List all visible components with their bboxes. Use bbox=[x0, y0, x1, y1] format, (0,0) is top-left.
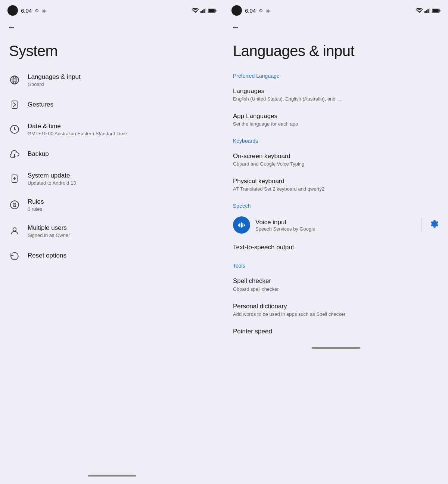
right-panel: 6:04 ⚙ ◈ ← Languages & input Preferred L… bbox=[224, 0, 448, 484]
wifi-icon-right bbox=[416, 8, 423, 13]
physical-keyboard-text: Physical keyboard AT Translated Set 2 ke… bbox=[233, 177, 439, 192]
bottom-bar-right bbox=[224, 341, 448, 356]
physical-keyboard-subtitle: AT Translated Set 2 keyboard and qwerty2 bbox=[233, 186, 439, 192]
svg-rect-25 bbox=[238, 225, 239, 226]
camera-circle bbox=[7, 5, 18, 16]
camera-circle-right bbox=[231, 5, 242, 16]
svg-point-15 bbox=[10, 201, 19, 209]
languages-input-subtitle: Gboard bbox=[28, 81, 81, 87]
svg-rect-4 bbox=[205, 8, 206, 13]
pointer-speed-text: Pointer speed bbox=[233, 327, 439, 336]
on-screen-keyboard-subtitle: Gboard and Google Voice Typing bbox=[233, 161, 439, 167]
rules-icon bbox=[9, 199, 20, 210]
languages-input-text: Languages & input Gboard bbox=[28, 73, 81, 87]
svg-rect-23 bbox=[439, 10, 440, 12]
svg-rect-26 bbox=[239, 223, 240, 227]
item-personal-dictionary[interactable]: Personal dictionary Add words to be used… bbox=[224, 297, 448, 322]
signal-icon-left bbox=[200, 8, 206, 13]
gestures-title: Gestures bbox=[28, 101, 53, 109]
svg-rect-27 bbox=[241, 222, 242, 228]
rules-title: Rules bbox=[28, 198, 44, 206]
date-time-text: Date & time GMT+10:00 Australian Eastern… bbox=[28, 122, 127, 136]
physical-keyboard-title: Physical keyboard bbox=[233, 177, 439, 185]
status-bar-right: 6:04 ⚙ ◈ bbox=[224, 0, 448, 19]
item-app-languages[interactable]: App Languages Set the language for each … bbox=[224, 107, 448, 132]
voice-settings-gear-icon[interactable] bbox=[430, 219, 439, 231]
settings-icon-right: ⚙ bbox=[259, 8, 263, 13]
rules-text: Rules 0 rules bbox=[28, 198, 44, 212]
home-indicator-left bbox=[88, 475, 136, 477]
svg-rect-24 bbox=[433, 9, 439, 12]
sidebar-item-reset-options[interactable]: Reset options bbox=[3, 244, 221, 267]
voice-input-icon-circle bbox=[233, 216, 250, 234]
status-right-right bbox=[416, 8, 441, 13]
svg-rect-6 bbox=[215, 10, 216, 12]
svg-rect-2 bbox=[202, 10, 203, 13]
section-speech: Speech Voice input Speech Services by Go… bbox=[224, 197, 448, 257]
page-title-right: Languages & input bbox=[224, 34, 448, 67]
app-languages-text: App Languages Set the language for each … bbox=[233, 112, 439, 127]
system-update-title: System update bbox=[28, 172, 76, 180]
item-languages[interactable]: Languages English (United States), Engli… bbox=[224, 82, 448, 107]
personal-dictionary-subtitle: Add words to be used in apps such as Spe… bbox=[233, 311, 439, 317]
sidebar-item-system-update[interactable]: System update Updated to Android 13 bbox=[3, 166, 221, 192]
sidebar-item-backup[interactable]: Backup bbox=[3, 142, 221, 166]
svg-rect-7 bbox=[209, 9, 215, 12]
svg-point-17 bbox=[419, 12, 420, 13]
sidebar-item-rules[interactable]: Rules 0 rules bbox=[3, 192, 221, 218]
item-text-to-speech[interactable]: Text-to-speech output bbox=[224, 238, 448, 257]
svg-rect-18 bbox=[424, 11, 426, 13]
spell-checker-text: Spell checker Gboard spell checker bbox=[233, 277, 439, 292]
back-button-left[interactable]: ← bbox=[0, 19, 224, 34]
section-header-tools: Tools bbox=[224, 257, 448, 272]
reset-options-text: Reset options bbox=[28, 252, 66, 260]
clock-icon bbox=[9, 124, 20, 135]
status-left-right: 6:04 ⚙ ◈ bbox=[231, 5, 270, 16]
status-right-left bbox=[192, 8, 217, 13]
data-icon-right: ◈ bbox=[266, 8, 270, 13]
section-header-preferred-language: Preferred Language bbox=[224, 67, 448, 82]
svg-rect-1 bbox=[200, 11, 202, 13]
globe-icon bbox=[9, 74, 20, 86]
sidebar-item-gestures[interactable]: Gestures bbox=[3, 93, 221, 116]
sidebar-item-date-time[interactable]: Date & time GMT+10:00 Australian Eastern… bbox=[3, 116, 221, 142]
gestures-text: Gestures bbox=[28, 101, 53, 109]
data-icon-left: ◈ bbox=[42, 8, 46, 13]
page-title-left: System bbox=[0, 34, 224, 67]
personal-dictionary-title: Personal dictionary bbox=[233, 302, 439, 311]
section-header-speech: Speech bbox=[224, 197, 448, 212]
svg-rect-3 bbox=[203, 9, 205, 13]
battery-icon-left bbox=[208, 8, 217, 13]
item-on-screen-keyboard[interactable]: On-screen keyboard Gboard and Google Voi… bbox=[224, 147, 448, 172]
svg-point-16 bbox=[13, 228, 16, 231]
languages-subtitle: English (United States), English (Austra… bbox=[233, 96, 439, 102]
status-bar-left: 6:04 ⚙ ◈ bbox=[0, 0, 224, 19]
multiple-users-text: Multiple users Signed in as Owner bbox=[28, 224, 70, 238]
home-indicator-right bbox=[312, 347, 360, 349]
voice-divider bbox=[421, 218, 422, 232]
multiple-users-title: Multiple users bbox=[28, 224, 70, 232]
wifi-icon-left bbox=[192, 8, 199, 13]
svg-rect-28 bbox=[242, 223, 243, 227]
pointer-speed-title: Pointer speed bbox=[233, 327, 439, 336]
phone-update-icon bbox=[9, 173, 20, 184]
phone-gesture-icon bbox=[9, 99, 20, 110]
app-languages-title: App Languages bbox=[233, 112, 439, 120]
item-pointer-speed[interactable]: Pointer speed bbox=[224, 322, 448, 341]
item-spell-checker[interactable]: Spell checker Gboard spell checker bbox=[224, 272, 448, 297]
section-keyboards: Keyboards On-screen keyboard Gboard and … bbox=[224, 132, 448, 197]
time-right: 6:04 bbox=[245, 7, 256, 14]
backup-title: Backup bbox=[28, 150, 49, 158]
sidebar-item-multiple-users[interactable]: Multiple users Signed in as Owner bbox=[3, 218, 221, 244]
section-tools: Tools Spell checker Gboard spell checker… bbox=[224, 257, 448, 340]
item-voice-input[interactable]: Voice input Speech Services by Google bbox=[224, 212, 448, 238]
item-physical-keyboard[interactable]: Physical keyboard AT Translated Set 2 ke… bbox=[224, 172, 448, 197]
back-button-right[interactable]: ← bbox=[224, 19, 448, 34]
sidebar-item-languages-input[interactable]: Languages & input Gboard bbox=[3, 67, 221, 93]
on-screen-keyboard-title: On-screen keyboard bbox=[233, 152, 439, 160]
bottom-bar-left bbox=[0, 469, 224, 484]
settings-list-left: Languages & input Gboard Gestures bbox=[0, 67, 224, 469]
waveform-icon bbox=[237, 222, 246, 228]
status-left: 6:04 ⚙ ◈ bbox=[7, 5, 46, 16]
spell-checker-title: Spell checker bbox=[233, 277, 439, 285]
